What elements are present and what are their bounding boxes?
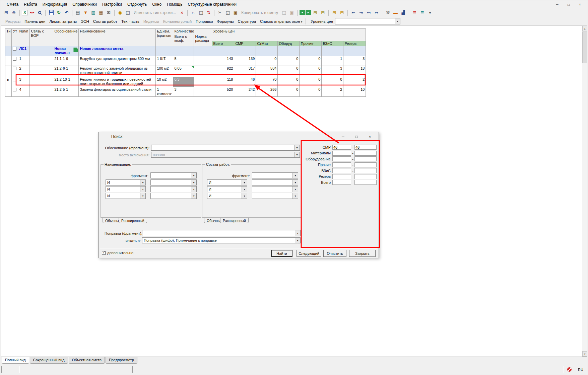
building-icon[interactable]: ⌂ <box>190 9 197 16</box>
cell-vor[interactable] <box>30 87 53 96</box>
works-condition-combo-2[interactable]: И <box>207 186 247 192</box>
range-from-input[interactable] <box>332 156 351 161</box>
dialog-minimize-button[interactable]: ─ <box>339 134 347 140</box>
menu-item-strukturnye-spravochniki[interactable]: Структурные справочники <box>185 1 239 7</box>
cell-vsego[interactable]: 143 <box>212 56 234 66</box>
range-from-input[interactable] <box>332 145 351 150</box>
works-condition-combo-1[interactable]: И <box>207 179 247 185</box>
undo-icon[interactable]: ↶ <box>63 9 70 16</box>
range-to-input[interactable] <box>354 180 377 185</box>
dropdown-icon[interactable] <box>294 145 300 150</box>
cell-basis[interactable]: Новая локальн <box>53 46 79 56</box>
cell-unit[interactable] <box>156 46 173 56</box>
cell-basis[interactable]: 21.2-10-1 <box>53 77 79 87</box>
cell-vor[interactable] <box>30 46 53 56</box>
indent-icon[interactable]: ⇥ <box>357 9 365 16</box>
name-condition-combo-2[interactable]: И <box>106 186 146 192</box>
cell-smr[interactable]: 242 <box>234 87 256 96</box>
view-tab-sokraschenny-vid[interactable]: Сокращенный вид <box>30 357 68 364</box>
amendment-fragment-combo[interactable] <box>142 230 301 236</box>
cell-name[interactable]: Ремонт цоколя с заменой облицовки из кер… <box>79 66 156 77</box>
cell-name[interactable]: Вырубка кустарников диаметром 300 мм <box>79 56 156 66</box>
cell-num[interactable]: 2 <box>18 66 30 77</box>
pdf-export-icon[interactable]: PDF <box>28 9 36 16</box>
cell-stmat[interactable]: 584 <box>256 66 278 77</box>
search-icon[interactable] <box>36 9 43 16</box>
cell-basis[interactable]: 21.1-1-9 <box>53 56 79 66</box>
cell-qty-selected[interactable]: 0,3 <box>173 77 194 87</box>
works-fragment-combo[interactable] <box>252 172 298 178</box>
cell-vzis[interactable] <box>322 46 343 56</box>
range-to-input[interactable] <box>354 145 377 150</box>
menu-item-okno[interactable]: Окно <box>149 1 164 7</box>
next-button[interactable]: Следующий <box>297 250 321 257</box>
sort-icon[interactable]: ⇅ <box>205 9 212 16</box>
cell-name[interactable]: Новая локальная смета <box>79 46 156 56</box>
cell-vzis[interactable]: 3 <box>322 66 343 77</box>
dropdown-icon[interactable] <box>292 186 298 192</box>
cell-smr[interactable]: 46 <box>234 77 256 87</box>
document-icon[interactable]: ▤ <box>74 9 81 16</box>
cell-qty[interactable]: 3 <box>173 87 194 96</box>
cell-vsego[interactable]: 922 <box>212 66 234 77</box>
cell-prochie[interactable]: 0 <box>300 56 322 66</box>
cell-unit[interactable]: 100 м2 <box>156 66 173 77</box>
dropdown-icon[interactable] <box>140 186 145 192</box>
cell-unit[interactable]: 10 м2 <box>156 77 173 87</box>
cell-vzis[interactable]: 1 <box>322 56 343 66</box>
pages-icon[interactable]: ◱ <box>124 9 131 16</box>
cell-rezerv[interactable]: 3 <box>343 56 366 66</box>
copy-object-icon[interactable]: ◱ <box>197 9 204 16</box>
comment-icon[interactable]: ✉ <box>105 9 112 16</box>
toolbar2-limit-zatraty[interactable]: Лимит. затраты <box>47 18 78 24</box>
range-from-input[interactable] <box>332 180 351 185</box>
close-button[interactable]: Закрыть <box>349 250 376 257</box>
cell-prochie[interactable]: 0 <box>300 77 322 87</box>
dialog-titlebar[interactable]: Поиск ─ □ × <box>99 132 379 141</box>
layers-dropdown-icon[interactable]: ▾ <box>427 9 434 16</box>
shift-right-icon[interactable]: ↦ <box>373 9 380 16</box>
menu-item-informatsiya[interactable]: Информация <box>40 1 70 7</box>
cell-prochie[interactable]: 0 <box>300 66 322 77</box>
dropdown-icon[interactable] <box>191 180 196 185</box>
paste-icon[interactable]: ▣ <box>232 9 239 16</box>
name-value-combo-3[interactable] <box>150 193 197 199</box>
cell-qty[interactable] <box>173 46 194 56</box>
cell-rezerv[interactable] <box>343 46 366 56</box>
layers-icon[interactable]: ≣ <box>411 9 418 16</box>
dropdown-icon[interactable] <box>295 230 300 236</box>
works-value-combo-1[interactable] <box>252 179 298 185</box>
cell-name[interactable]: Замена флюгарок из оцинкованной стали <box>79 87 156 96</box>
filter-icon[interactable]: ▼ <box>82 9 89 16</box>
cell-unit[interactable]: 1 ШТ. <box>156 56 173 66</box>
works-condition-combo-3[interactable]: И <box>207 193 247 199</box>
name-condition-combo-1[interactable]: И <box>106 179 146 185</box>
row-checkbox[interactable] <box>13 47 16 51</box>
dropdown-icon[interactable] <box>191 186 196 192</box>
cell-vzis[interactable]: 0 <box>322 77 343 87</box>
cell-qty[interactable]: 0,05 <box>173 66 194 77</box>
dialog-maximize-button[interactable]: □ <box>352 134 361 140</box>
excel-export-icon[interactable]: X <box>22 10 28 15</box>
menu-item-spravochniki[interactable]: Справочники <box>70 1 100 7</box>
estimate-table-link2-icon[interactable]: ⊟ <box>319 9 326 16</box>
dialog-close-button[interactable]: × <box>366 134 374 140</box>
view-tab-predprosmotr[interactable]: Предпросмотр <box>106 357 137 364</box>
price-level-combo[interactable] <box>335 18 400 24</box>
toolbar2-popravki[interactable]: Поправки <box>194 18 215 24</box>
range-to-input[interactable] <box>354 156 377 161</box>
dropdown-icon[interactable] <box>191 173 196 178</box>
cell-norm[interactable] <box>194 56 212 66</box>
delete-row-icon[interactable]: × <box>178 9 185 16</box>
menu-item-rabota[interactable]: Работа <box>21 1 40 7</box>
view-tab-obektnaya-smeta[interactable]: Объектная смета <box>69 357 105 364</box>
cell-norm[interactable] <box>194 77 212 87</box>
row-structure-icon[interactable]: ⊞ <box>3 9 10 16</box>
cell-prochie[interactable] <box>300 46 322 56</box>
find-button[interactable]: Найти <box>271 250 292 257</box>
cell-oborud[interactable] <box>278 46 300 56</box>
search-in-combo[interactable]: Поправка (шифр), Примечание к поправке <box>142 237 301 243</box>
cell-norm[interactable] <box>194 46 212 56</box>
dropdown-icon[interactable] <box>242 193 247 199</box>
cell-rezerv[interactable]: 10 <box>343 87 366 96</box>
